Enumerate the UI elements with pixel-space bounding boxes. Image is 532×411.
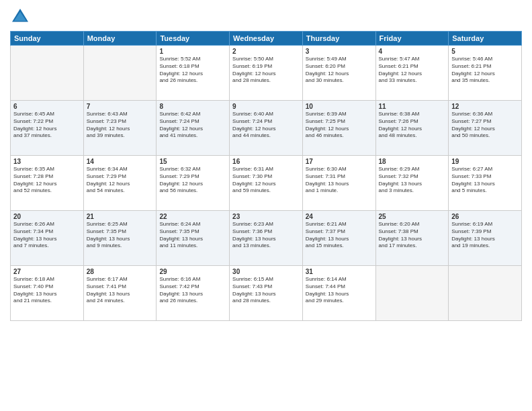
calendar-day-cell: 17Sunrise: 6:30 AM Sunset: 7:31 PM Dayli… [302,156,375,211]
day-number: 23 [232,213,300,220]
day-info: Sunrise: 6:16 AM Sunset: 7:42 PM Dayligh… [159,276,226,305]
day-info: Sunrise: 6:32 AM Sunset: 7:29 PM Dayligh… [159,166,226,195]
calendar-day-cell: 7Sunrise: 6:43 AM Sunset: 7:23 PM Daylig… [83,101,157,156]
calendar-day-cell: 22Sunrise: 6:24 AM Sunset: 7:35 PM Dayli… [157,211,230,266]
day-info: Sunrise: 6:17 AM Sunset: 7:41 PM Dayligh… [87,276,154,305]
day-number: 25 [379,213,446,220]
day-info: Sunrise: 6:40 AM Sunset: 7:24 PM Dayligh… [232,111,300,140]
calendar-day-cell: 25Sunrise: 6:20 AM Sunset: 7:38 PM Dayli… [375,211,449,266]
day-number: 27 [13,268,81,275]
day-number: 30 [232,268,300,275]
calendar-day-cell: 16Sunrise: 6:31 AM Sunset: 7:30 PM Dayli… [230,156,303,211]
day-number: 6 [13,103,81,110]
day-info: Sunrise: 6:26 AM Sunset: 7:34 PM Dayligh… [13,221,81,250]
day-number: 19 [451,158,519,165]
day-info: Sunrise: 5:47 AM Sunset: 6:21 PM Dayligh… [379,56,446,85]
calendar-week-row: 20Sunrise: 6:26 AM Sunset: 7:34 PM Dayli… [11,211,522,266]
day-info: Sunrise: 6:24 AM Sunset: 7:35 PM Dayligh… [159,221,226,250]
logo-icon [10,7,30,27]
calendar-day-cell: 18Sunrise: 6:29 AM Sunset: 7:32 PM Dayli… [375,156,449,211]
calendar-day-cell: 12Sunrise: 6:36 AM Sunset: 7:27 PM Dayli… [449,101,522,156]
calendar-day-cell: 8Sunrise: 6:42 AM Sunset: 7:24 PM Daylig… [157,101,230,156]
day-number: 13 [13,158,81,165]
day-info: Sunrise: 6:20 AM Sunset: 7:38 PM Dayligh… [379,221,446,250]
day-info: Sunrise: 6:31 AM Sunset: 7:30 PM Dayligh… [232,166,300,195]
day-number: 12 [451,103,519,110]
calendar-day-cell: 14Sunrise: 6:34 AM Sunset: 7:29 PM Dayli… [83,156,157,211]
day-number: 9 [232,103,300,110]
day-number: 10 [306,103,373,110]
calendar-day-cell: 3Sunrise: 5:49 AM Sunset: 6:20 PM Daylig… [302,46,375,101]
day-info: Sunrise: 6:25 AM Sunset: 7:35 PM Dayligh… [87,221,154,250]
day-info: Sunrise: 6:36 AM Sunset: 7:27 PM Dayligh… [451,111,519,140]
day-info: Sunrise: 6:42 AM Sunset: 7:24 PM Dayligh… [159,111,226,140]
day-number: 18 [379,158,446,165]
day-number: 2 [232,48,300,55]
day-info: Sunrise: 6:18 AM Sunset: 7:40 PM Dayligh… [13,276,81,305]
day-number: 22 [159,213,226,220]
day-info: Sunrise: 6:15 AM Sunset: 7:43 PM Dayligh… [232,276,300,305]
logo [10,7,33,27]
calendar-header-row: SundayMondayTuesdayWednesdayThursdayFrid… [11,32,522,46]
day-info: Sunrise: 5:46 AM Sunset: 6:21 PM Dayligh… [451,56,519,85]
calendar-week-row: 13Sunrise: 6:35 AM Sunset: 7:28 PM Dayli… [11,156,522,211]
day-number: 3 [306,48,373,55]
day-number: 4 [379,48,446,55]
calendar-day-cell: 5Sunrise: 5:46 AM Sunset: 6:21 PM Daylig… [449,46,522,101]
calendar-header-friday: Friday [375,32,449,46]
day-number: 11 [379,103,446,110]
calendar-header-sunday: Sunday [11,32,84,46]
calendar-header-thursday: Thursday [302,32,375,46]
day-number: 15 [159,158,226,165]
calendar-day-cell: 26Sunrise: 6:19 AM Sunset: 7:39 PM Dayli… [449,211,522,266]
day-number: 28 [87,268,154,275]
day-number: 7 [87,103,154,110]
page: SundayMondayTuesdayWednesdayThursdayFrid… [0,0,532,411]
day-number: 26 [451,213,519,220]
day-info: Sunrise: 5:50 AM Sunset: 6:19 PM Dayligh… [232,56,300,85]
calendar-day-cell: 23Sunrise: 6:23 AM Sunset: 7:36 PM Dayli… [230,211,303,266]
calendar-day-cell [375,266,449,321]
day-info: Sunrise: 6:43 AM Sunset: 7:23 PM Dayligh… [87,111,154,140]
calendar-day-cell: 1Sunrise: 5:52 AM Sunset: 6:18 PM Daylig… [157,46,230,101]
header [10,7,522,27]
day-number: 29 [159,268,226,275]
calendar-day-cell: 20Sunrise: 6:26 AM Sunset: 7:34 PM Dayli… [11,211,84,266]
calendar-day-cell [83,46,157,101]
day-info: Sunrise: 5:52 AM Sunset: 6:18 PM Dayligh… [159,56,226,85]
day-number: 21 [87,213,154,220]
day-number: 16 [232,158,300,165]
calendar-week-row: 1Sunrise: 5:52 AM Sunset: 6:18 PM Daylig… [11,46,522,101]
day-info: Sunrise: 6:27 AM Sunset: 7:33 PM Dayligh… [451,166,519,195]
calendar-week-row: 6Sunrise: 6:45 AM Sunset: 7:22 PM Daylig… [11,101,522,156]
day-info: Sunrise: 6:30 AM Sunset: 7:31 PM Dayligh… [306,166,373,195]
day-number: 14 [87,158,154,165]
day-info: Sunrise: 6:34 AM Sunset: 7:29 PM Dayligh… [87,166,154,195]
day-info: Sunrise: 5:49 AM Sunset: 6:20 PM Dayligh… [306,56,373,85]
day-number: 5 [451,48,519,55]
calendar-day-cell: 15Sunrise: 6:32 AM Sunset: 7:29 PM Dayli… [157,156,230,211]
day-number: 31 [306,268,373,275]
calendar-day-cell: 10Sunrise: 6:39 AM Sunset: 7:25 PM Dayli… [302,101,375,156]
day-info: Sunrise: 6:14 AM Sunset: 7:44 PM Dayligh… [306,276,373,305]
calendar-header-monday: Monday [83,32,157,46]
day-number: 20 [13,213,81,220]
day-info: Sunrise: 6:38 AM Sunset: 7:26 PM Dayligh… [379,111,446,140]
calendar-header-wednesday: Wednesday [230,32,303,46]
calendar-day-cell: 31Sunrise: 6:14 AM Sunset: 7:44 PM Dayli… [302,266,375,321]
day-info: Sunrise: 6:45 AM Sunset: 7:22 PM Dayligh… [13,111,81,140]
calendar-day-cell: 27Sunrise: 6:18 AM Sunset: 7:40 PM Dayli… [11,266,84,321]
calendar-day-cell: 4Sunrise: 5:47 AM Sunset: 6:21 PM Daylig… [375,46,449,101]
day-info: Sunrise: 6:21 AM Sunset: 7:37 PM Dayligh… [306,221,373,250]
calendar-day-cell: 30Sunrise: 6:15 AM Sunset: 7:43 PM Dayli… [230,266,303,321]
day-number: 17 [306,158,373,165]
day-info: Sunrise: 6:23 AM Sunset: 7:36 PM Dayligh… [232,221,300,250]
calendar-day-cell: 6Sunrise: 6:45 AM Sunset: 7:22 PM Daylig… [11,101,84,156]
calendar-day-cell: 9Sunrise: 6:40 AM Sunset: 7:24 PM Daylig… [230,101,303,156]
calendar-day-cell: 21Sunrise: 6:25 AM Sunset: 7:35 PM Dayli… [83,211,157,266]
day-info: Sunrise: 6:39 AM Sunset: 7:25 PM Dayligh… [306,111,373,140]
day-info: Sunrise: 6:29 AM Sunset: 7:32 PM Dayligh… [379,166,446,195]
calendar-day-cell: 11Sunrise: 6:38 AM Sunset: 7:26 PM Dayli… [375,101,449,156]
day-number: 8 [159,103,226,110]
calendar: SundayMondayTuesdayWednesdayThursdayFrid… [10,31,522,321]
